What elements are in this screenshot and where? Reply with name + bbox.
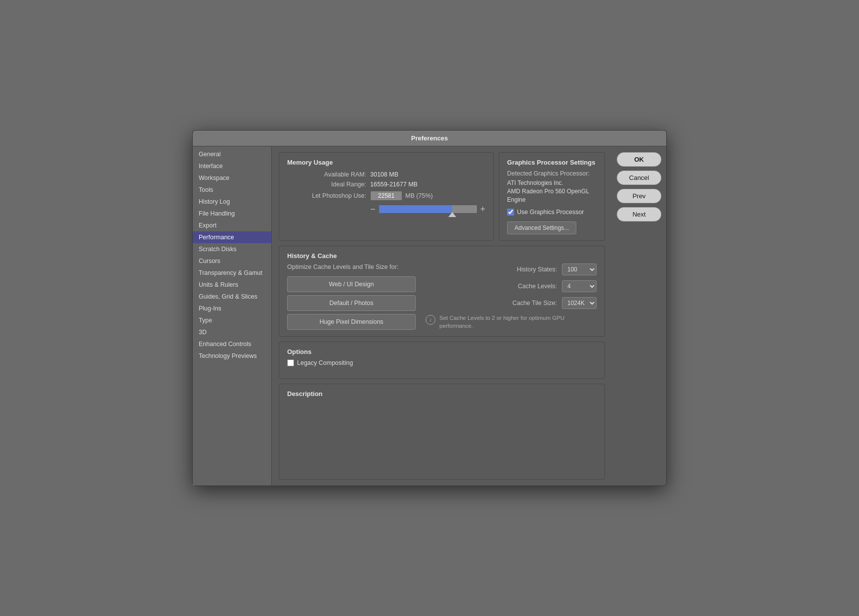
gpu-name-line1: ATI Technologies Inc.	[507, 179, 563, 186]
cache-levels-label: Cache Levels:	[518, 283, 557, 290]
memory-use-label: Let Photoshop Use:	[287, 192, 366, 199]
next-button[interactable]: Next	[617, 207, 661, 221]
sidebar-item-export[interactable]: Export	[193, 220, 271, 231]
cache-settings-section: History States: 20 50 100 200 Cache Leve…	[426, 264, 597, 330]
title-bar: Preferences	[193, 131, 666, 146]
options-title: Options	[287, 348, 597, 355]
graphics-processor-panel: Graphics Processor Settings Detected Gra…	[499, 152, 605, 241]
sidebar-item-type[interactable]: Type	[193, 314, 271, 326]
sidebar-item-scratch-disks[interactable]: Scratch Disks	[193, 243, 271, 255]
sidebar-item-plug-ins[interactable]: Plug-Ins	[193, 303, 271, 314]
options-panel: Options Legacy Compositing	[279, 342, 605, 379]
sidebar-item-interface[interactable]: Interface	[193, 160, 271, 172]
cache-optimize-label: Optimize Cache Levels and Tile Size for:	[287, 264, 416, 270]
history-states-select[interactable]: 20 50 100 200	[562, 264, 597, 275]
history-cache-panel: History & Cache Optimize Cache Levels an…	[279, 246, 605, 336]
cache-tile-row: Cache Tile Size: 128K 256K 512K 1024K	[426, 297, 597, 309]
sidebar: GeneralInterfaceWorkspaceToolsHistory Lo…	[193, 146, 272, 485]
use-gpu-row: Use Graphics Processor	[507, 209, 597, 216]
web-ui-design-button[interactable]: Web / UI Design	[287, 276, 416, 292]
info-icon: i	[426, 315, 435, 325]
memory-panel-title: Memory Usage	[287, 159, 485, 166]
use-gpu-label: Use Graphics Processor	[517, 209, 584, 216]
sidebar-item-3d[interactable]: 3D	[193, 326, 271, 338]
gpu-name: ATI Technologies Inc. AMD Radeon Pro 560…	[507, 179, 597, 204]
memory-slider-row: − +	[287, 205, 485, 214]
history-states-label: History States:	[517, 266, 557, 273]
available-ram-label: Available RAM:	[287, 171, 366, 178]
top-panel-row: Memory Usage Available RAM: 30108 MB Ide…	[279, 152, 605, 241]
default-photos-button[interactable]: Default / Photos	[287, 295, 416, 311]
cache-buttons-section: Optimize Cache Levels and Tile Size for:…	[287, 264, 416, 330]
dialog-body: GeneralInterfaceWorkspaceToolsHistory Lo…	[193, 146, 666, 485]
advanced-settings-button[interactable]: Advanced Settings...	[507, 221, 576, 234]
sidebar-item-technology-previews[interactable]: Technology Previews	[193, 350, 271, 362]
cache-tile-label: Cache Tile Size:	[513, 300, 557, 307]
memory-use-input[interactable]	[370, 191, 402, 201]
description-panel: Description	[279, 384, 605, 480]
sidebar-item-file-handling[interactable]: File Handling	[193, 208, 271, 220]
action-buttons: OK Cancel Prev Next	[612, 146, 666, 485]
sidebar-item-cursors[interactable]: Cursors	[193, 255, 271, 267]
sidebar-item-enhanced-controls[interactable]: Enhanced Controls	[193, 338, 271, 350]
cache-levels-row: Cache Levels: 1 2 4 6 8	[426, 280, 597, 292]
ok-button[interactable]: OK	[617, 152, 661, 167]
sidebar-item-guides-grid[interactable]: Guides, Grid & Slices	[193, 291, 271, 303]
sidebar-item-transparency-gamut[interactable]: Transparency & Gamut	[193, 267, 271, 279]
main-content: Memory Usage Available RAM: 30108 MB Ide…	[272, 146, 612, 485]
memory-slider-thumb-container	[448, 212, 456, 217]
prev-button[interactable]: Prev	[617, 189, 661, 203]
legacy-compositing-label: Legacy Compositing	[297, 359, 353, 366]
memory-slider-thumb	[448, 212, 456, 217]
memory-usage-panel: Memory Usage Available RAM: 30108 MB Ide…	[279, 152, 494, 241]
cache-levels-select[interactable]: 1 2 4 6 8	[562, 280, 597, 292]
cache-info-row: i Set Cache Levels to 2 or higher for op…	[426, 314, 597, 330]
memory-slider-fill	[379, 205, 453, 213]
sidebar-item-units-rulers[interactable]: Units & Rulers	[193, 279, 271, 291]
legacy-compositing-row: Legacy Compositing	[287, 359, 597, 366]
memory-slider-track[interactable]	[379, 205, 477, 214]
cancel-button[interactable]: Cancel	[617, 171, 661, 185]
legacy-compositing-checkbox[interactable]	[287, 359, 294, 366]
dialog-title: Preferences	[411, 134, 448, 142]
ideal-range-value: 16559-21677 MB	[370, 181, 418, 188]
sidebar-item-tools[interactable]: Tools	[193, 184, 271, 196]
cache-tile-select[interactable]: 128K 256K 512K 1024K	[562, 297, 597, 309]
preferences-dialog: Preferences GeneralInterfaceWorkspaceToo…	[192, 130, 667, 486]
memory-use-unit: MB (75%)	[405, 192, 433, 199]
sidebar-item-history-log[interactable]: History Log	[193, 196, 271, 208]
memory-use-row: Let Photoshop Use: MB (75%)	[287, 191, 485, 201]
available-ram-row: Available RAM: 30108 MB	[287, 171, 485, 178]
ideal-range-row: Ideal Range: 16559-21677 MB	[287, 181, 485, 188]
history-states-row: History States: 20 50 100 200	[426, 264, 597, 275]
sidebar-item-performance[interactable]: Performance	[193, 231, 271, 243]
sidebar-item-general[interactable]: General	[193, 148, 271, 160]
huge-pixel-button[interactable]: Huge Pixel Dimensions	[287, 314, 416, 330]
gpu-name-line2: AMD Radeon Pro 560 OpenGL Engine	[507, 188, 589, 203]
gpu-panel-title: Graphics Processor Settings	[507, 159, 597, 166]
history-cache-body: Optimize Cache Levels and Tile Size for:…	[287, 264, 597, 330]
memory-slider-increase[interactable]: +	[480, 205, 486, 214]
gpu-detected-label: Detected Graphics Processor:	[507, 170, 597, 177]
memory-slider-decrease[interactable]: −	[370, 205, 376, 214]
ideal-range-label: Ideal Range:	[287, 181, 366, 188]
history-cache-title: History & Cache	[287, 252, 597, 260]
sidebar-item-workspace[interactable]: Workspace	[193, 172, 271, 184]
cache-info-text: Set Cache Levels to 2 or higher for opti…	[439, 314, 597, 330]
available-ram-value: 30108 MB	[370, 171, 398, 178]
use-gpu-checkbox[interactable]	[507, 209, 514, 216]
description-title: Description	[287, 390, 597, 397]
